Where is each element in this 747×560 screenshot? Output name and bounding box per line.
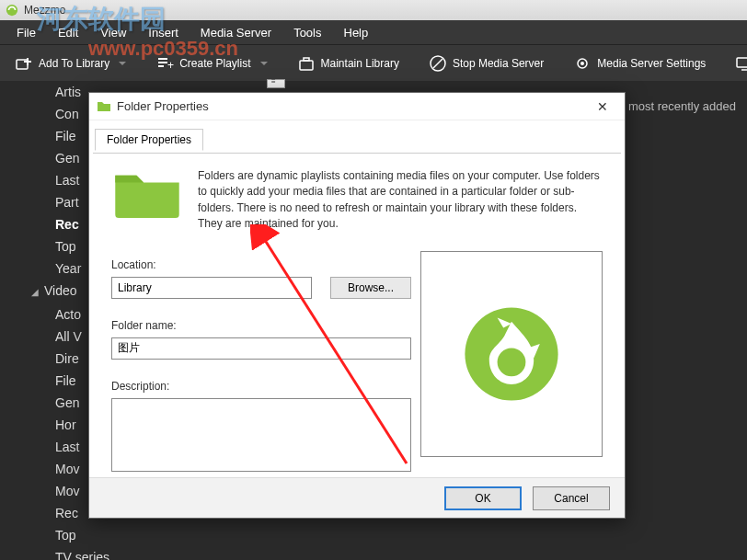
stop-media-server-label: Stop Media Server bbox=[453, 57, 544, 70]
gear-icon bbox=[573, 54, 592, 73]
create-playlist-label: Create Playlist bbox=[179, 57, 250, 70]
maintain-library-button[interactable]: Maintain Library bbox=[290, 51, 407, 76]
menu-bar: File Edit View Insert Media Server Tools… bbox=[0, 20, 747, 44]
toolbar: Add To Library + Create Playlist Maintai… bbox=[0, 44, 747, 81]
menu-view[interactable]: View bbox=[91, 24, 135, 41]
monitor-icon bbox=[735, 54, 747, 73]
playlist-icon: + bbox=[155, 54, 174, 73]
add-icon bbox=[15, 54, 33, 73]
menu-help[interactable]: Help bbox=[335, 24, 378, 41]
chevron-down-icon bbox=[119, 62, 126, 65]
location-label: Location: bbox=[111, 258, 411, 271]
dialog-body: Folders are dynamic playlists containing… bbox=[89, 154, 625, 484]
tree-item[interactable]: Top bbox=[18, 524, 109, 546]
media-devices-button[interactable]: Media Devices bbox=[728, 51, 747, 76]
svg-rect-6 bbox=[158, 65, 164, 67]
menu-media-server[interactable]: Media Server bbox=[191, 24, 281, 41]
tab-folder-properties[interactable]: Folder Properties bbox=[95, 129, 203, 151]
stop-icon bbox=[429, 54, 447, 73]
svg-text:+: + bbox=[167, 59, 174, 72]
app-logo-icon bbox=[6, 4, 18, 17]
cancel-button[interactable]: Cancel bbox=[533, 486, 610, 510]
folder-name-label: Folder name: bbox=[111, 319, 411, 332]
svg-rect-9 bbox=[304, 58, 309, 61]
title-bar: Mezzmo bbox=[0, 0, 747, 20]
create-playlist-button[interactable]: + Create Playlist bbox=[148, 51, 274, 76]
maintain-library-label: Maintain Library bbox=[321, 57, 399, 70]
svg-rect-14 bbox=[737, 58, 747, 67]
dialog-footer: OK Cancel bbox=[89, 477, 625, 518]
add-to-library-label: Add To Library bbox=[39, 57, 109, 70]
list-description: 50 most recently added bbox=[612, 99, 736, 113]
folder-small-icon bbox=[97, 99, 111, 114]
browse-button[interactable]: Browse... bbox=[330, 277, 411, 299]
menu-tools[interactable]: Tools bbox=[284, 24, 330, 41]
folder-properties-dialog: Folder Properties ✕ Folder Properties Fo… bbox=[88, 92, 626, 519]
stop-media-server-button[interactable]: Stop Media Server bbox=[421, 51, 551, 76]
dialog-titlebar: Folder Properties ✕ bbox=[89, 93, 625, 120]
briefcase-icon bbox=[297, 54, 316, 73]
description-label: Description: bbox=[111, 380, 411, 393]
svg-line-11 bbox=[433, 59, 442, 68]
folder-name-input[interactable] bbox=[111, 337, 411, 360]
mezzmo-logo-icon bbox=[461, 303, 562, 405]
svg-point-13 bbox=[580, 62, 584, 65]
tree-item[interactable]: TV series bbox=[18, 546, 109, 560]
folder-large-icon bbox=[111, 168, 183, 218]
media-server-settings-label: Media Server Settings bbox=[597, 57, 706, 70]
location-input[interactable] bbox=[111, 277, 312, 299]
app-title: Mezzmo bbox=[24, 4, 65, 17]
svg-rect-5 bbox=[158, 62, 167, 63]
media-server-settings-button[interactable]: Media Server Settings bbox=[566, 51, 713, 76]
add-to-library-button[interactable]: Add To Library bbox=[7, 51, 133, 76]
drag-handle[interactable] bbox=[267, 79, 285, 88]
preview-box bbox=[420, 251, 603, 457]
menu-file[interactable]: File bbox=[7, 24, 45, 41]
ok-button[interactable]: OK bbox=[444, 486, 522, 510]
description-textarea[interactable] bbox=[111, 398, 411, 472]
close-button[interactable]: ✕ bbox=[588, 96, 617, 118]
menu-insert[interactable]: Insert bbox=[139, 24, 188, 41]
chevron-down-icon bbox=[260, 62, 268, 65]
tab-strip: Folder Properties bbox=[93, 128, 621, 154]
svg-rect-8 bbox=[300, 61, 313, 70]
svg-rect-4 bbox=[158, 58, 167, 60]
dialog-title: Folder Properties bbox=[117, 99, 209, 113]
svg-point-17 bbox=[498, 348, 526, 376]
dialog-help-text: Folders are dynamic playlists containing… bbox=[198, 168, 603, 233]
menu-edit[interactable]: Edit bbox=[49, 24, 87, 41]
